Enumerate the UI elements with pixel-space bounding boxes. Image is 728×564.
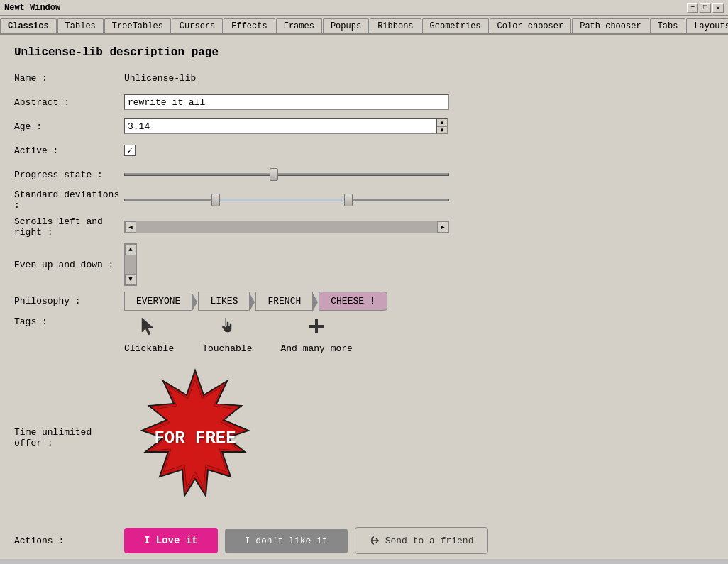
std-label: Standard deviations :	[14, 189, 124, 211]
tab-layouts[interactable]: Layouts	[686, 18, 728, 33]
vscroll-bar[interactable]: ▲ ▼	[124, 243, 137, 286]
vscroll-label: Even up and down :	[14, 260, 124, 270]
abstract-label: Abstract :	[14, 97, 124, 108]
tab-frames[interactable]: Frames	[276, 18, 322, 33]
tags-list: Clickable Touchable And ma	[124, 316, 353, 354]
progress-rail	[124, 173, 449, 176]
svg-marker-0	[142, 318, 153, 335]
tab-effects[interactable]: Effects	[224, 18, 275, 33]
phil-btn-everyone[interactable]: EVERYONE	[124, 292, 192, 311]
offer-row: Time unlimited offer : FOR FREE	[14, 360, 714, 516]
window-controls: − □ ✕	[687, 3, 724, 13]
active-checkbox[interactable]: ✓	[124, 145, 136, 156]
tag-touchable: Touchable	[202, 316, 252, 354]
progress-row: Progress state :	[14, 165, 714, 184]
progress-slider[interactable]	[124, 168, 449, 181]
philosophy-row: Philosophy : EVERYONE LIKES FRENCH CHEES…	[14, 292, 714, 311]
tab-classics[interactable]: Classics	[0, 18, 57, 35]
spinner-up[interactable]: ▲	[437, 119, 447, 127]
age-row: Age : ▲ ▼	[14, 117, 714, 136]
offer-starburst: FOR FREE	[124, 367, 266, 509]
hscroll-bar[interactable]: ◀ ▶	[124, 221, 449, 233]
tab-treetables[interactable]: TreeTables	[104, 18, 171, 33]
vscroll-up-btn[interactable]: ▲	[125, 244, 136, 255]
svg-rect-2	[309, 325, 324, 328]
vscroll-row: Even up and down : ▲ ▼	[14, 243, 714, 286]
tags-label: Tags :	[14, 316, 124, 327]
tab-path-chooser[interactable]: Path chooser	[572, 18, 649, 33]
std-thumb-right[interactable]	[344, 194, 353, 206]
actions-buttons: I Love it I don't like it Send to a frie…	[124, 527, 488, 554]
hscroll-row: Scrolls left and right : ◀ ▶	[14, 216, 714, 238]
love-button[interactable]: I Love it	[124, 528, 218, 553]
tab-tables[interactable]: Tables	[57, 18, 104, 33]
age-spinner: ▲ ▼	[124, 118, 448, 134]
name-label: Name :	[14, 73, 124, 84]
window-title: Newt Window	[4, 3, 60, 13]
tab-color-chooser[interactable]: Color chooser	[490, 18, 572, 33]
phil-btn-likes[interactable]: LIKES	[198, 292, 250, 311]
progress-label: Progress state :	[14, 170, 124, 180]
std-thumb-left[interactable]	[211, 194, 220, 206]
hscroll-area[interactable]	[136, 221, 437, 233]
tags-row: Tags : Clickable Touchable	[14, 316, 714, 354]
offer-starburst-container: FOR FREE	[124, 367, 266, 509]
maximize-button[interactable]: □	[700, 3, 711, 13]
actions-label: Actions :	[14, 536, 124, 546]
page-title: Unlicense-lib description page	[14, 46, 714, 59]
offer-text: FOR FREE	[154, 428, 236, 448]
vscroll-down-btn[interactable]: ▼	[125, 274, 136, 285]
hscroll-left-btn[interactable]: ◀	[125, 221, 136, 233]
tag-clickable-label: Clickable	[124, 343, 174, 354]
abstract-row: Abstract :	[14, 93, 714, 111]
hscroll-right-btn[interactable]: ▶	[437, 221, 448, 233]
age-label: Age :	[14, 121, 124, 132]
tab-popups[interactable]: Popups	[323, 18, 369, 33]
send-button-label: Send to a friend	[385, 536, 474, 546]
close-button[interactable]: ✕	[712, 3, 724, 13]
std-range-fill	[216, 199, 348, 201]
tag-more-label: And many more	[280, 343, 352, 354]
tab-tabs[interactable]: Tabs	[650, 18, 686, 33]
minimize-button[interactable]: −	[687, 3, 698, 13]
dislike-button[interactable]: I don't like it	[225, 529, 348, 553]
abstract-input[interactable]	[124, 94, 449, 110]
age-input[interactable]	[124, 118, 436, 134]
phil-btn-french[interactable]: FRENCH	[255, 292, 313, 311]
vscroll-area[interactable]	[125, 255, 136, 274]
phil-btn-cheese[interactable]: CHEESE !	[319, 292, 387, 311]
main-content: Unlicense-lib description page Name : Un…	[0, 35, 728, 559]
name-value: Unlicense-lib	[124, 73, 196, 84]
hand-icon	[217, 316, 237, 341]
spinner-buttons: ▲ ▼	[436, 118, 448, 134]
tab-ribbons[interactable]: Ribbons	[370, 18, 421, 33]
tab-geometries[interactable]: Geometries	[422, 18, 489, 33]
offer-label: Time unlimited offer :	[14, 427, 124, 448]
actions-row: Actions : I Love it I don't like it Send…	[14, 527, 714, 554]
active-label: Active :	[14, 145, 124, 156]
send-button[interactable]: Send to a friend	[355, 527, 489, 554]
name-row: Name : Unlicense-lib	[14, 69, 714, 87]
tag-more: And many more	[280, 316, 352, 354]
active-row: Active : ✓	[14, 141, 714, 160]
cursor-icon	[139, 316, 159, 341]
plus-icon	[307, 316, 326, 341]
tag-touchable-label: Touchable	[202, 343, 252, 354]
titlebar: Newt Window − □ ✕	[0, 0, 728, 16]
philosophy-buttons: EVERYONE LIKES FRENCH CHEESE !	[124, 292, 387, 311]
spinner-down[interactable]: ▼	[437, 127, 447, 134]
std-rail	[124, 199, 449, 201]
std-range-slider[interactable]	[124, 194, 449, 206]
std-row: Standard deviations :	[14, 189, 714, 211]
tab-bar: Classics Tables TreeTables Cursors Effec…	[0, 16, 728, 35]
hscroll-label: Scrolls left and right :	[14, 216, 124, 238]
tag-clickable: Clickable	[124, 316, 174, 354]
tab-cursors[interactable]: Cursors	[172, 18, 223, 33]
send-icon	[370, 535, 381, 546]
progress-thumb[interactable]	[270, 168, 278, 181]
philosophy-label: Philosophy :	[14, 296, 124, 306]
